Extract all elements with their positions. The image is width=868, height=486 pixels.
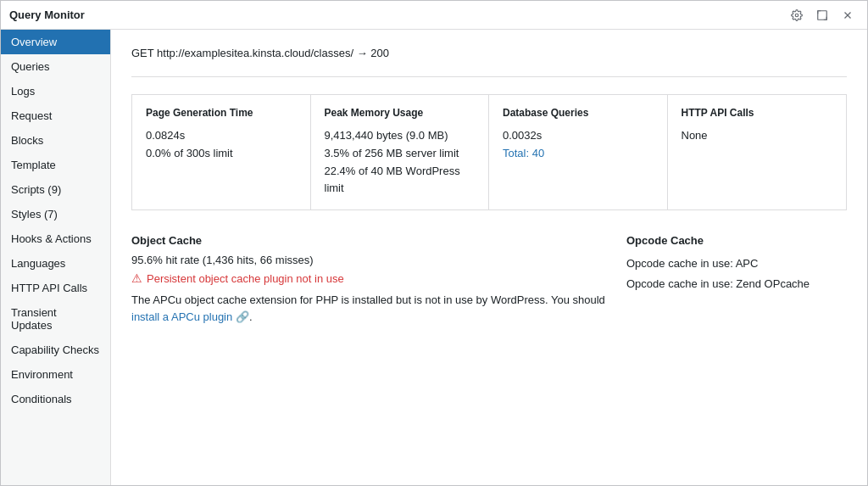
- sidebar-item-styles[interactable]: Styles (7): [1, 202, 110, 226]
- stat-peak-memory-value2: 3.5% of 256 MB server limit: [325, 145, 476, 163]
- stat-http-api-calls-value: None: [682, 127, 833, 145]
- object-cache-warning-text: Persistent object cache plugin not in us…: [147, 272, 344, 285]
- expand-button[interactable]: [811, 4, 833, 26]
- stat-peak-memory-value3: 22.4% of 40 MB WordPress limit: [325, 163, 476, 198]
- close-icon: [842, 9, 854, 21]
- stat-page-generation-value2: 0.0% of 300s limit: [146, 145, 297, 163]
- stat-page-generation-value1: 0.0824s: [146, 127, 297, 145]
- sidebar-item-request[interactable]: Request: [1, 103, 110, 128]
- sidebar-item-capability-checks[interactable]: Capability Checks: [1, 338, 110, 362]
- cache-row: Object Cache 95.6% hit rate (1,436 hits,…: [131, 234, 847, 325]
- content-area: GET http://examplesitea.kinsta.cloud/cla…: [111, 30, 867, 485]
- request-line: GET http://examplesitea.kinsta.cloud/cla…: [131, 47, 847, 59]
- stat-page-generation: Page Generation Time 0.0824s 0.0% of 300…: [132, 95, 311, 209]
- sidebar-item-template[interactable]: Template: [1, 153, 110, 177]
- sidebar-item-queries[interactable]: Queries: [1, 54, 110, 79]
- opcode-cache-section: Opcode Cache Opcode cache in use: APC Op…: [626, 234, 847, 325]
- stat-peak-memory-value1: 9,413,440 bytes (9.0 MB): [325, 127, 476, 145]
- sidebar-item-environment[interactable]: Environment: [1, 362, 110, 387]
- svg-point-0: [795, 14, 798, 17]
- main-area: Overview Queries Logs Request Blocks Tem…: [1, 30, 867, 485]
- object-cache-section: Object Cache 95.6% hit rate (1,436 hits,…: [131, 234, 626, 325]
- install-apcu-link[interactable]: install a APCu plugin 🔗: [131, 310, 249, 323]
- sidebar-item-conditionals[interactable]: Conditionals: [1, 387, 110, 411]
- stat-page-generation-label: Page Generation Time: [146, 107, 297, 119]
- settings-button[interactable]: [786, 4, 808, 26]
- sidebar-item-transient-updates[interactable]: Transient Updates: [1, 300, 110, 338]
- stat-database-queries-label: Database Queries: [503, 107, 654, 119]
- install-apcu-text: install a APCu plugin: [131, 310, 232, 323]
- opcode-cache-title: Opcode Cache: [626, 234, 847, 247]
- sidebar-item-languages[interactable]: Languages: [1, 251, 110, 276]
- app-title: Query Monitor: [9, 8, 85, 21]
- sidebar-item-blocks[interactable]: Blocks: [1, 128, 110, 153]
- stat-http-api-calls-label: HTTP API Calls: [682, 107, 833, 119]
- sidebar-item-overview[interactable]: Overview: [1, 30, 110, 54]
- close-button[interactable]: [837, 4, 859, 26]
- request-text: GET http://examplesitea.kinsta.cloud/cla…: [131, 47, 389, 59]
- title-bar: Query Monitor: [1, 1, 867, 30]
- app-container: Query Monitor Overview Queries: [0, 0, 868, 486]
- stat-database-queries-time: 0.0032s: [503, 127, 654, 145]
- stat-database-queries-value: 0.0032s Total: 40: [503, 127, 654, 163]
- sidebar: Overview Queries Logs Request Blocks Tem…: [1, 30, 111, 485]
- svg-rect-1: [818, 10, 827, 20]
- title-bar-actions: [786, 4, 859, 26]
- cache-notice-after: .: [249, 310, 253, 323]
- opcode-cache-line1: Opcode cache in use: APC: [626, 254, 847, 273]
- stat-database-queries-total[interactable]: Total: 40: [503, 147, 544, 159]
- stats-grid: Page Generation Time 0.0824s 0.0% of 300…: [131, 94, 847, 210]
- object-cache-title: Object Cache: [131, 234, 626, 247]
- divider: [131, 76, 847, 77]
- stat-page-generation-value: 0.0824s 0.0% of 300s limit: [146, 127, 297, 163]
- object-cache-notice: The APCu object cache extension for PHP …: [131, 292, 623, 325]
- stat-database-queries: Database Queries 0.0032s Total: 40: [489, 95, 668, 209]
- expand-icon: [816, 9, 828, 21]
- sidebar-item-logs[interactable]: Logs: [1, 79, 110, 103]
- warning-icon: ⚠: [131, 271, 142, 285]
- cache-notice-before: The APCu object cache extension for PHP …: [131, 293, 605, 306]
- stat-peak-memory-label: Peak Memory Usage: [325, 107, 476, 119]
- stat-peak-memory-value: 9,413,440 bytes (9.0 MB) 3.5% of 256 MB …: [325, 127, 476, 198]
- object-cache-hit-rate: 95.6% hit rate (1,436 hits, 66 misses): [131, 254, 626, 266]
- sidebar-item-scripts[interactable]: Scripts (9): [1, 177, 110, 202]
- gear-icon: [791, 9, 803, 21]
- stat-http-api-calls: HTTP API Calls None: [668, 95, 847, 209]
- stat-peak-memory: Peak Memory Usage 9,413,440 bytes (9.0 M…: [311, 95, 490, 209]
- sidebar-item-hooks[interactable]: Hooks & Actions: [1, 226, 110, 251]
- object-cache-warning: ⚠ Persistent object cache plugin not in …: [131, 271, 626, 285]
- opcode-cache-line2: Opcode cache in use: Zend OPcache: [626, 274, 847, 293]
- sidebar-item-http-api-calls[interactable]: HTTP API Calls: [1, 276, 110, 300]
